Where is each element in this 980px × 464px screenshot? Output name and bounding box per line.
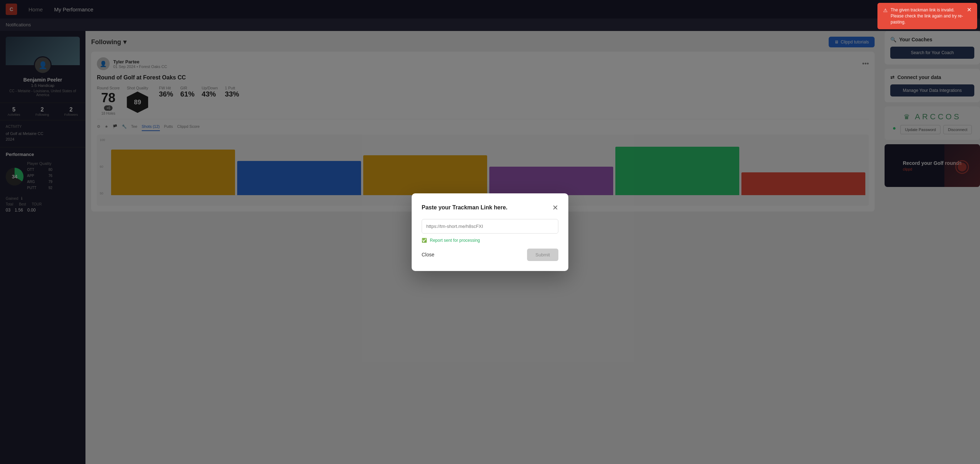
- modal-header: Paste your Trackman Link here. ✕: [422, 203, 558, 212]
- trackman-link-input[interactable]: [422, 219, 558, 234]
- trackman-modal: Paste your Trackman Link here. ✕ ✅ Repor…: [412, 193, 568, 271]
- modal-footer: Close Submit: [422, 249, 558, 261]
- error-toast: ⚠ The given trackman link is invalid. Pl…: [877, 3, 977, 29]
- modal-success-message: ✅ Report sent for processing: [422, 238, 558, 243]
- error-message: The given trackman link is invalid. Plea…: [891, 7, 964, 25]
- modal-submit-button[interactable]: Submit: [527, 249, 558, 261]
- modal-close-button[interactable]: Close: [422, 249, 434, 260]
- modal-title: Paste your Trackman Link here.: [422, 204, 508, 211]
- warning-icon: ⚠: [883, 7, 888, 14]
- check-icon: ✅: [422, 238, 427, 243]
- modal-close-x-button[interactable]: ✕: [552, 203, 558, 212]
- modal-overlay[interactable]: Paste your Trackman Link here. ✕ ✅ Repor…: [0, 0, 980, 464]
- toast-close-button[interactable]: ✕: [967, 7, 972, 13]
